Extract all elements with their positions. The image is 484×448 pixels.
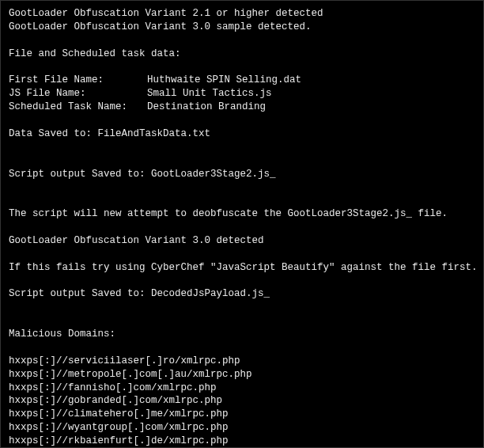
js-file-row: JS File Name: Small Unit Tactics.js: [9, 87, 475, 101]
first-file-label: First File Name:: [9, 74, 147, 87]
malicious-domains-list: hxxps[:]//serviciilaser[.]ro/xmlrpc.phph…: [9, 355, 475, 448]
filetask-header: File and Scheduled task data:: [9, 47, 475, 61]
script-output-1: Script output Saved to: GootLoader3Stage…: [9, 168, 475, 181]
malicious-domain-entry: hxxps[:]//climatehero[.]me/xmlrpc.php: [9, 408, 475, 421]
malicious-domain-entry: hxxps[:]//rkbaienfurt[.]de/xmlrpc.php: [9, 435, 475, 448]
domains-header: Malicious Domains:: [9, 328, 475, 341]
data-saved-line: Data Saved to: FileAndTaskData.txt: [9, 127, 475, 141]
blank-line: [9, 221, 475, 234]
blank-line: [9, 154, 475, 168]
blank-line: [9, 194, 475, 207]
malicious-domain-entry: hxxps[:]//fannisho[.]com/xmlrpc.php: [9, 382, 475, 395]
first-file-row: First File Name: Huthwaite SPIN Selling.…: [9, 74, 475, 87]
task-value: Destination Branding: [147, 101, 266, 114]
blank-line: [9, 114, 475, 127]
js-file-label: JS File Name:: [9, 87, 147, 101]
detection-line-1: GootLoader Obfuscation Variant 2.1 or hi…: [9, 7, 475, 21]
blank-line: [9, 141, 475, 154]
blank-line: [9, 275, 475, 288]
fail-hint: If this fails try using CyberChef "JavaS…: [9, 261, 475, 275]
blank-line: [9, 314, 475, 328]
malicious-domain-entry: hxxps[:]//metropole[.]com[.]au/xmlrpc.ph…: [9, 368, 475, 382]
variant3-detected: GootLoader Obfuscation Variant 3.0 detec…: [9, 234, 475, 248]
blank-line: [9, 61, 475, 74]
task-label: Scheduled Task Name:: [9, 101, 147, 114]
first-file-value: Huthwaite SPIN Selling.dat: [147, 74, 301, 87]
script-output-2: Script output Saved to: DecodedJsPayload…: [9, 287, 475, 301]
malicious-domain-entry: hxxps[:]//serviciilaser[.]ro/xmlrpc.php: [9, 355, 475, 368]
malicious-domain-entry: hxxps[:]//gobranded[.]com/xmlrpc.php: [9, 394, 475, 408]
js-file-value: Small Unit Tactics.js: [147, 87, 272, 101]
detection-line-2: GootLoader Obfuscation Variant 3.0 sampl…: [9, 21, 475, 34]
blank-line: [9, 180, 475, 194]
terminal-output: { "header": { "line1": "GootLoader Obfus…: [0, 0, 484, 448]
blank-line: [9, 248, 475, 261]
deobfuscate-msg: The script will new attempt to deobfusca…: [9, 207, 475, 221]
blank-line: [9, 34, 475, 47]
blank-line: [9, 341, 475, 355]
blank-line: [9, 301, 475, 314]
task-row: Scheduled Task Name: Destination Brandin…: [9, 101, 475, 114]
malicious-domain-entry: hxxps[:]//wyantgroup[.]com/xmlrpc.php: [9, 421, 475, 435]
